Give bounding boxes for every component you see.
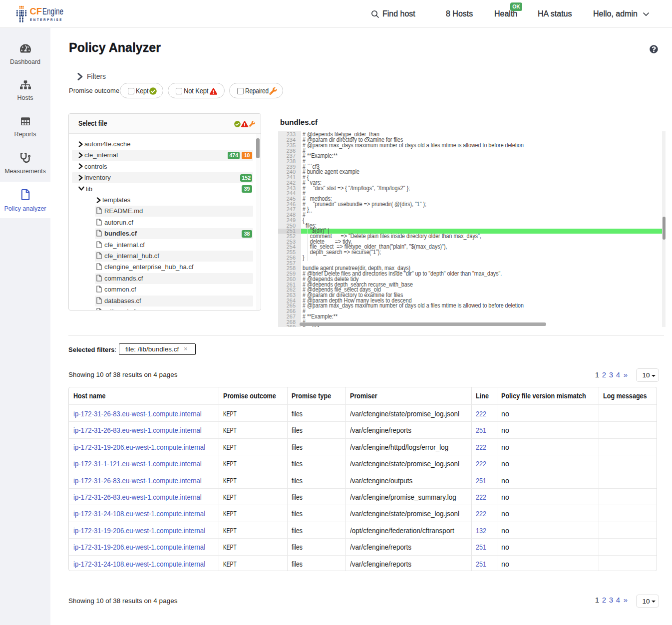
svg-text:ENTERPRISE: ENTERPRISE <box>30 18 63 21</box>
svg-text:Engine: Engine <box>42 6 63 16</box>
svg-text:CF: CF <box>30 6 42 16</box>
